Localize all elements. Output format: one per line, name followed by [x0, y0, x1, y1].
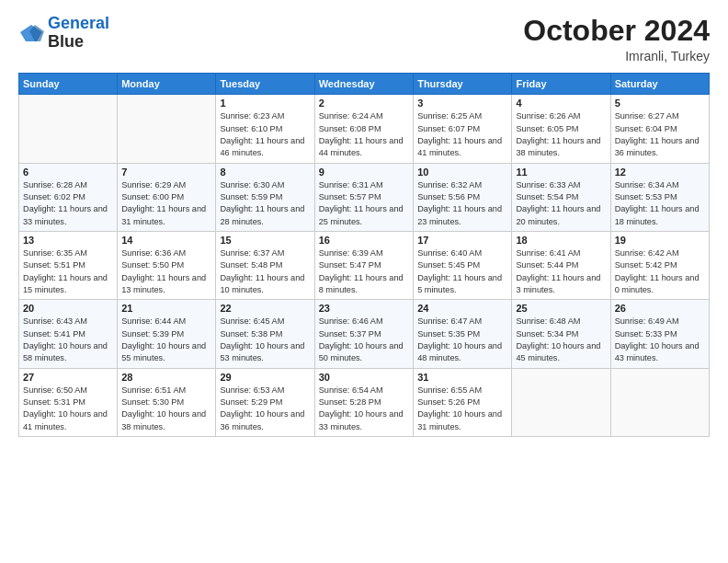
- calendar-cell: [19, 95, 118, 163]
- day-info: Sunrise: 6:46 AM Sunset: 5:37 PM Dayligh…: [319, 316, 409, 364]
- day-info: Sunrise: 6:37 AM Sunset: 5:48 PM Dayligh…: [220, 247, 310, 296]
- day-info: Sunrise: 6:41 AM Sunset: 5:44 PM Dayligh…: [516, 247, 606, 296]
- day-number: 3: [417, 98, 507, 109]
- weekday-header: Tuesday: [216, 74, 314, 95]
- calendar-week-row: 1Sunrise: 6:23 AM Sunset: 6:10 PM Daylig…: [19, 95, 710, 163]
- calendar-cell: 10Sunrise: 6:32 AM Sunset: 5:56 PM Dayli…: [414, 163, 512, 231]
- weekday-header: Wednesday: [314, 74, 413, 95]
- day-info: Sunrise: 6:28 AM Sunset: 6:02 PM Dayligh…: [23, 179, 113, 228]
- weekday-header: Thursday: [414, 74, 512, 95]
- calendar-cell: [512, 368, 610, 436]
- day-number: 11: [516, 167, 606, 178]
- location: Imranli, Turkey: [523, 49, 710, 63]
- calendar-cell: 2Sunrise: 6:24 AM Sunset: 6:08 PM Daylig…: [314, 95, 413, 163]
- day-number: 1: [220, 98, 310, 109]
- day-number: 17: [417, 235, 507, 246]
- day-info: Sunrise: 6:42 AM Sunset: 5:42 PM Dayligh…: [615, 247, 705, 296]
- month-title: October 2024: [523, 15, 710, 47]
- day-number: 15: [220, 235, 310, 246]
- day-info: Sunrise: 6:25 AM Sunset: 6:07 PM Dayligh…: [417, 110, 507, 159]
- day-info: Sunrise: 6:45 AM Sunset: 5:38 PM Dayligh…: [220, 316, 310, 364]
- day-number: 2: [319, 98, 409, 109]
- day-info: Sunrise: 6:31 AM Sunset: 5:57 PM Dayligh…: [319, 179, 409, 228]
- day-number: 13: [23, 235, 113, 246]
- day-number: 29: [220, 372, 310, 383]
- calendar-cell: 30Sunrise: 6:54 AM Sunset: 5:28 PM Dayli…: [314, 368, 413, 436]
- calendar-cell: 25Sunrise: 6:48 AM Sunset: 5:34 PM Dayli…: [512, 300, 610, 368]
- calendar-cell: 11Sunrise: 6:33 AM Sunset: 5:54 PM Dayli…: [512, 163, 610, 231]
- calendar-cell: 24Sunrise: 6:47 AM Sunset: 5:35 PM Dayli…: [414, 300, 512, 368]
- calendar-cell: 7Sunrise: 6:29 AM Sunset: 6:00 PM Daylig…: [118, 163, 216, 231]
- day-info: Sunrise: 6:51 AM Sunset: 5:30 PM Dayligh…: [121, 385, 211, 433]
- calendar-cell: 29Sunrise: 6:53 AM Sunset: 5:29 PM Dayli…: [216, 368, 314, 436]
- day-info: Sunrise: 6:27 AM Sunset: 6:04 PM Dayligh…: [615, 110, 705, 159]
- calendar-cell: 27Sunrise: 6:50 AM Sunset: 5:31 PM Dayli…: [19, 368, 118, 436]
- weekday-header: Monday: [118, 74, 216, 95]
- calendar-cell: 21Sunrise: 6:44 AM Sunset: 5:39 PM Dayli…: [118, 300, 216, 368]
- calendar-cell: 18Sunrise: 6:41 AM Sunset: 5:44 PM Dayli…: [512, 231, 610, 299]
- day-number: 21: [121, 303, 211, 314]
- calendar-cell: [610, 368, 709, 436]
- logo-text: General Blue: [48, 15, 109, 52]
- calendar-week-row: 13Sunrise: 6:35 AM Sunset: 5:51 PM Dayli…: [19, 231, 710, 299]
- day-number: 10: [417, 167, 507, 178]
- day-number: 8: [220, 167, 310, 178]
- day-info: Sunrise: 6:26 AM Sunset: 6:05 PM Dayligh…: [516, 110, 606, 159]
- day-number: 7: [121, 167, 211, 178]
- day-info: Sunrise: 6:40 AM Sunset: 5:45 PM Dayligh…: [417, 247, 507, 296]
- calendar-week-row: 20Sunrise: 6:43 AM Sunset: 5:41 PM Dayli…: [19, 300, 710, 368]
- day-info: Sunrise: 6:34 AM Sunset: 5:53 PM Dayligh…: [615, 179, 705, 228]
- day-number: 27: [23, 372, 113, 383]
- day-info: Sunrise: 6:55 AM Sunset: 5:26 PM Dayligh…: [417, 385, 507, 433]
- day-number: 19: [615, 235, 705, 246]
- day-info: Sunrise: 6:36 AM Sunset: 5:50 PM Dayligh…: [121, 247, 211, 296]
- title-block: October 2024 Imranli, Turkey: [523, 15, 710, 63]
- calendar-cell: 12Sunrise: 6:34 AM Sunset: 5:53 PM Dayli…: [610, 163, 709, 231]
- day-info: Sunrise: 6:44 AM Sunset: 5:39 PM Dayligh…: [121, 316, 211, 364]
- day-info: Sunrise: 6:30 AM Sunset: 5:59 PM Dayligh…: [220, 179, 310, 228]
- day-info: Sunrise: 6:53 AM Sunset: 5:29 PM Dayligh…: [220, 385, 310, 433]
- day-number: 25: [516, 303, 606, 314]
- day-number: 5: [615, 98, 705, 109]
- day-info: Sunrise: 6:43 AM Sunset: 5:41 PM Dayligh…: [23, 316, 113, 364]
- day-info: Sunrise: 6:50 AM Sunset: 5:31 PM Dayligh…: [23, 385, 113, 433]
- calendar-cell: 8Sunrise: 6:30 AM Sunset: 5:59 PM Daylig…: [216, 163, 314, 231]
- logo-icon: [18, 23, 44, 43]
- day-info: Sunrise: 6:48 AM Sunset: 5:34 PM Dayligh…: [516, 316, 606, 364]
- day-info: Sunrise: 6:23 AM Sunset: 6:10 PM Dayligh…: [220, 110, 310, 159]
- calendar-cell: 19Sunrise: 6:42 AM Sunset: 5:42 PM Dayli…: [610, 231, 709, 299]
- day-number: 31: [417, 372, 507, 383]
- calendar-cell: 5Sunrise: 6:27 AM Sunset: 6:04 PM Daylig…: [610, 95, 709, 163]
- day-number: 18: [516, 235, 606, 246]
- day-number: 6: [23, 167, 113, 178]
- weekday-header: Saturday: [610, 74, 709, 95]
- day-info: Sunrise: 6:29 AM Sunset: 6:00 PM Dayligh…: [121, 179, 211, 228]
- day-info: Sunrise: 6:39 AM Sunset: 5:47 PM Dayligh…: [319, 247, 409, 296]
- calendar-week-row: 6Sunrise: 6:28 AM Sunset: 6:02 PM Daylig…: [19, 163, 710, 231]
- calendar-cell: 16Sunrise: 6:39 AM Sunset: 5:47 PM Dayli…: [314, 231, 413, 299]
- weekday-header: Friday: [512, 74, 610, 95]
- day-info: Sunrise: 6:49 AM Sunset: 5:33 PM Dayligh…: [615, 316, 705, 364]
- day-number: 23: [319, 303, 409, 314]
- calendar-cell: 3Sunrise: 6:25 AM Sunset: 6:07 PM Daylig…: [414, 95, 512, 163]
- day-number: 16: [319, 235, 409, 246]
- day-number: 26: [615, 303, 705, 314]
- day-number: 28: [121, 372, 211, 383]
- calendar-cell: 28Sunrise: 6:51 AM Sunset: 5:30 PM Dayli…: [118, 368, 216, 436]
- calendar-cell: 23Sunrise: 6:46 AM Sunset: 5:37 PM Dayli…: [314, 300, 413, 368]
- calendar-cell: 6Sunrise: 6:28 AM Sunset: 6:02 PM Daylig…: [19, 163, 118, 231]
- calendar-cell: 31Sunrise: 6:55 AM Sunset: 5:26 PM Dayli…: [414, 368, 512, 436]
- day-info: Sunrise: 6:47 AM Sunset: 5:35 PM Dayligh…: [417, 316, 507, 364]
- calendar-week-row: 27Sunrise: 6:50 AM Sunset: 5:31 PM Dayli…: [19, 368, 710, 436]
- weekday-header: Sunday: [19, 74, 118, 95]
- calendar: SundayMondayTuesdayWednesdayThursdayFrid…: [18, 73, 710, 437]
- day-number: 14: [121, 235, 211, 246]
- day-info: Sunrise: 6:33 AM Sunset: 5:54 PM Dayligh…: [516, 179, 606, 228]
- logo: General Blue: [18, 15, 109, 52]
- calendar-cell: 22Sunrise: 6:45 AM Sunset: 5:38 PM Dayli…: [216, 300, 314, 368]
- day-number: 30: [319, 372, 409, 383]
- header: General Blue October 2024 Imranli, Turke…: [18, 15, 710, 63]
- day-number: 4: [516, 98, 606, 109]
- day-number: 22: [220, 303, 310, 314]
- calendar-cell: 1Sunrise: 6:23 AM Sunset: 6:10 PM Daylig…: [216, 95, 314, 163]
